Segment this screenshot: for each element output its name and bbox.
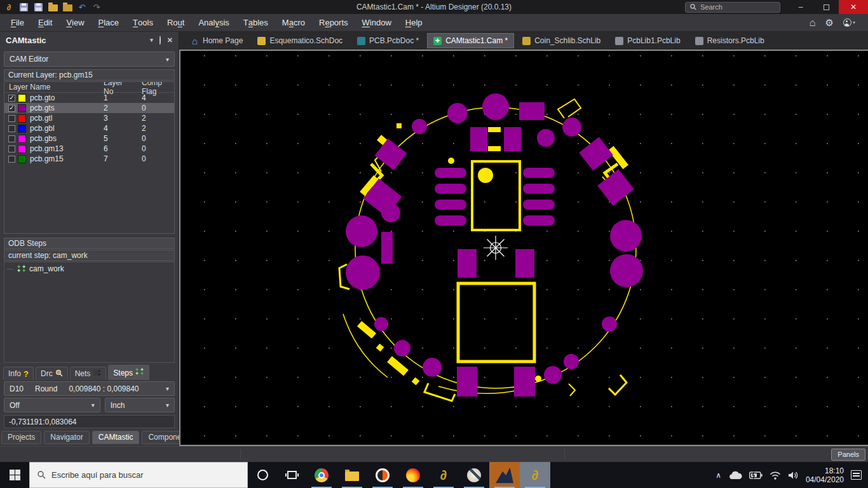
bottom-tab-projects[interactable]: Projects — [1, 431, 41, 444]
menu-item-window[interactable]: Window — [355, 14, 398, 31]
wifi-icon[interactable] — [770, 471, 781, 480]
layer-visibility-checkbox[interactable] — [8, 125, 15, 132]
menu-item-tools[interactable]: Tools — [126, 14, 160, 31]
layer-visibility-checkbox[interactable] — [8, 135, 15, 142]
layer-row[interactable]: ✓pcb.gto14 — [4, 93, 174, 103]
maximize-button[interactable] — [813, 0, 839, 14]
doc-tab-4[interactable]: ✚CAMtastic1.Cam * — [427, 33, 514, 48]
close-button[interactable]: ✕ — [839, 0, 868, 14]
user-profile-icon[interactable]: ▾ — [843, 18, 855, 27]
layer-row[interactable]: pcb.gtl32 — [4, 113, 174, 123]
layer-visibility-checkbox[interactable]: ✓ — [8, 105, 15, 112]
doc-tab-6[interactable]: PcbLib1.PcbLib — [609, 33, 686, 48]
col-header-layer-name[interactable]: Layer Name — [4, 83, 99, 92]
layer-visibility-checkbox[interactable]: ✓ — [8, 95, 15, 102]
taskbar-app-explorer[interactable] — [337, 462, 367, 488]
grid-dot — [827, 114, 828, 115]
layer-color-swatch[interactable] — [18, 104, 26, 112]
menu-item-analysis[interactable]: Analysis — [191, 14, 236, 31]
panel-close-icon[interactable]: ✕ — [167, 36, 173, 44]
layer-visibility-checkbox[interactable] — [8, 115, 15, 122]
grid-dot — [609, 55, 610, 57]
layer-no: 1 — [99, 93, 132, 102]
menu-item-reports[interactable]: Reports — [312, 14, 355, 31]
home-icon[interactable]: ⌂ — [810, 17, 816, 29]
layer-row[interactable]: pcb.gm1360 — [4, 144, 174, 154]
minimize-button[interactable]: – — [788, 0, 813, 14]
menu-item-file[interactable]: File — [4, 14, 31, 31]
undo-icon[interactable]: ↶ — [77, 3, 87, 12]
panels-button[interactable]: Panels — [831, 449, 865, 461]
search-icon — [37, 471, 46, 479]
start-button[interactable] — [0, 462, 29, 488]
snap-select[interactable]: Off ▾ — [4, 398, 100, 412]
taskbar-search[interactable]: Escribe aquí para buscar — [29, 462, 248, 488]
solder-pad — [412, 119, 427, 134]
layer-color-swatch[interactable] — [18, 135, 26, 143]
layer-color-swatch[interactable] — [18, 155, 26, 163]
open-document-icon[interactable] — [62, 3, 72, 12]
menu-item-rout[interactable]: Rout — [160, 14, 191, 31]
panel-dropdown-icon[interactable]: ▾ — [150, 37, 153, 43]
doc-tab-7[interactable]: Resistors.PcbLib — [689, 33, 771, 48]
doc-tab-1[interactable]: ⌂Home Page — [184, 33, 249, 48]
menu-item-help[interactable]: Help — [398, 14, 430, 31]
grid-dot — [796, 85, 797, 86]
layer-color-swatch[interactable] — [18, 94, 26, 102]
taskbar-app-altium-2[interactable]: ∂ — [520, 462, 550, 488]
menu-item-place[interactable]: Place — [92, 14, 126, 31]
save-icon[interactable] — [18, 3, 29, 12]
panel-tab-drc[interactable]: Drc — [36, 367, 68, 380]
layer-color-swatch[interactable] — [18, 114, 26, 123]
menu-item-tables[interactable]: Tables — [236, 14, 275, 31]
layer-color-swatch[interactable] — [18, 145, 26, 153]
taskbar-app-krita[interactable] — [459, 462, 489, 488]
taskbar-app-matlab[interactable] — [489, 462, 520, 488]
layer-row[interactable]: pcb.gbl42 — [4, 123, 174, 133]
titlebar-search[interactable]: Search — [685, 2, 780, 13]
layer-row[interactable]: pcb.gbs50 — [4, 133, 174, 144]
menu-item-macro[interactable]: Macro — [275, 14, 312, 31]
grid-dot — [858, 435, 859, 437]
doc-tab-5[interactable]: Coin_Schlib.SchLib — [516, 33, 607, 48]
save-all-icon[interactable] — [33, 3, 43, 12]
menu-item-view[interactable]: View — [59, 14, 91, 31]
tray-expand-icon[interactable]: ∧ — [715, 471, 721, 480]
panel-tab-info[interactable]: Info? — [3, 367, 34, 380]
panel-tab-nets[interactable]: Nets — [70, 367, 107, 380]
menu-item-edit[interactable]: Edit — [31, 14, 59, 31]
cam-canvas[interactable] — [179, 50, 868, 446]
volume-icon[interactable] — [788, 471, 799, 480]
paint-app-icon — [467, 468, 481, 482]
battery-icon[interactable] — [749, 471, 763, 479]
tree-item-cam-work[interactable]: ⋯ cam_work — [7, 264, 172, 273]
taskbar-app-opera[interactable] — [367, 462, 398, 488]
dcode-select[interactable]: D10 Round 0,009840 : 0,009840 ▾ — [4, 381, 175, 396]
taskbar-app-chrome[interactable] — [306, 462, 337, 488]
doc-tab-3[interactable]: PCB.PcbDoc * — [351, 33, 425, 48]
bottom-tab-navigator[interactable]: Navigator — [44, 431, 89, 444]
action-center-icon[interactable] — [851, 470, 862, 480]
grid-dot — [796, 55, 797, 57]
bottom-tab-camtastic[interactable]: CAMtastic — [92, 431, 140, 444]
open-icon[interactable] — [48, 3, 58, 12]
layer-row[interactable]: pcb.gm1570 — [4, 154, 174, 164]
layer-visibility-checkbox[interactable] — [8, 156, 15, 163]
cortana-button[interactable] — [248, 462, 277, 488]
doc-tab-2[interactable]: Esquematico.SchDoc — [251, 33, 349, 48]
taskbar-app-altium[interactable]: ∂ — [428, 462, 459, 488]
layer-visibility-checkbox[interactable] — [8, 146, 15, 152]
layer-row[interactable]: ✓pcb.gts20 — [4, 103, 174, 113]
taskbar-clock[interactable]: 18:10 04/04/2020 — [806, 466, 844, 484]
layer-table: Layer Name Layer No Comp Flag ✓pcb.gto14… — [4, 81, 175, 234]
layer-color-swatch[interactable] — [18, 125, 26, 133]
panel-tab-steps[interactable]: Steps — [108, 365, 149, 380]
editor-mode-select[interactable]: CAM Editor ▾ — [4, 51, 175, 67]
gear-icon[interactable]: ⚙ — [825, 17, 834, 29]
taskbar-app-firefox[interactable] — [398, 462, 428, 488]
units-select[interactable]: Inch ▾ — [105, 398, 175, 412]
pin-icon[interactable] — [159, 36, 161, 44]
layer-no: 4 — [99, 124, 132, 133]
task-view-button[interactable] — [277, 462, 306, 488]
onedrive-icon[interactable] — [728, 470, 742, 480]
